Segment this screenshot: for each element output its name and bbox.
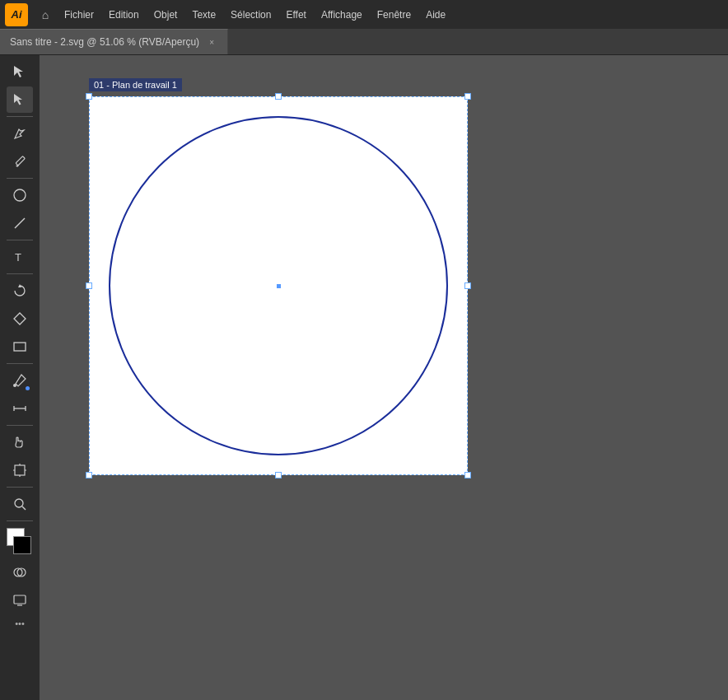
separator-1: [7, 116, 33, 117]
menu-edition[interactable]: Edition: [102, 6, 146, 24]
svg-marker-1: [14, 94, 22, 105]
menu-selection[interactable]: Sélection: [224, 6, 278, 24]
object-center-dot: [277, 284, 281, 288]
svg-rect-2: [16, 156, 25, 166]
home-button[interactable]: ⌂: [35, 4, 56, 26]
svg-point-10: [13, 384, 16, 387]
svg-rect-14: [15, 465, 25, 475]
text-tool[interactable]: T: [7, 244, 33, 270]
hand-tool[interactable]: [7, 429, 33, 455]
document-tab[interactable]: Sans titre - 2.svg @ 51.06 % (RVB/Aperçu…: [0, 29, 228, 54]
artboard-container: 01 - Plan de travail 1: [89, 96, 468, 475]
separator-7: [7, 487, 33, 488]
blend-mode-tool[interactable]: [7, 559, 33, 586]
handle-bottom-left[interactable]: [86, 472, 92, 478]
background-color[interactable]: [13, 536, 31, 554]
handle-top-left[interactable]: [86, 93, 92, 100]
selection-tool[interactable]: [7, 58, 33, 85]
separator-4: [7, 273, 33, 274]
separator-5: [7, 363, 33, 364]
menu-fenetre[interactable]: Fenêtre: [371, 6, 418, 24]
separator-8: [7, 520, 33, 521]
menu-affichage[interactable]: Affichage: [315, 6, 369, 24]
menu-effet[interactable]: Effet: [279, 6, 312, 24]
handle-middle-left[interactable]: [86, 282, 92, 289]
artboard-label: 01 - Plan de travail 1: [89, 78, 182, 91]
svg-rect-23: [14, 595, 26, 604]
main-layout: T: [0, 55, 728, 700]
svg-marker-3: [16, 166, 19, 167]
handle-top-right[interactable]: [464, 93, 471, 100]
svg-line-5: [15, 218, 25, 228]
svg-rect-9: [14, 343, 26, 351]
ellipse-tool[interactable]: [7, 182, 33, 208]
toolbar: T: [0, 55, 40, 700]
tab-bar: Sans titre - 2.svg @ 51.06 % (RVB/Aperçu…: [0, 29, 728, 55]
screen-mode-tool[interactable]: [7, 587, 33, 614]
menu-objet[interactable]: Objet: [147, 6, 184, 24]
menu-texte[interactable]: Texte: [185, 6, 222, 24]
zoom-tool[interactable]: [7, 491, 33, 517]
svg-line-20: [22, 506, 26, 510]
more-tools[interactable]: •••: [15, 618, 25, 628]
tab-close-button[interactable]: ×: [206, 36, 217, 48]
svg-marker-0: [14, 66, 23, 77]
svg-point-4: [14, 189, 26, 201]
svg-text:T: T: [15, 251, 21, 264]
handle-bottom-right[interactable]: [464, 472, 471, 478]
reflect-tool[interactable]: [7, 306, 33, 332]
separator-3: [7, 240, 33, 240]
rectangle-tool[interactable]: [7, 334, 33, 360]
eyedropper-tool[interactable]: [7, 367, 33, 394]
menu-fichier[interactable]: Fichier: [58, 6, 100, 24]
rotate-tool[interactable]: [7, 278, 33, 304]
canvas-area[interactable]: 01 - Plan de travail 1: [40, 55, 728, 700]
separator-2: [7, 178, 33, 179]
svg-marker-8: [14, 313, 26, 324]
direct-selection-tool[interactable]: [7, 86, 33, 113]
handle-middle-right[interactable]: [464, 282, 471, 289]
separator-6: [7, 425, 33, 426]
svg-point-19: [15, 499, 23, 507]
handle-bottom-center[interactable]: [275, 472, 282, 478]
color-swatch-area[interactable]: [5, 526, 35, 556]
eyedropper-dot: [26, 386, 30, 390]
measure-tool[interactable]: [7, 395, 33, 422]
artboard-canvas: [89, 96, 468, 475]
pen-tool[interactable]: [7, 120, 33, 147]
handle-top-center[interactable]: [275, 93, 282, 100]
menu-aide[interactable]: Aide: [419, 6, 452, 24]
app-logo: Ai: [5, 3, 28, 26]
menu-bar: Ai ⌂ Fichier Edition Objet Texte Sélecti…: [0, 0, 728, 29]
pencil-tool[interactable]: [7, 148, 33, 175]
artboard-tool[interactable]: [7, 457, 33, 483]
line-tool[interactable]: [7, 210, 33, 236]
tab-title: Sans titre - 2.svg @ 51.06 % (RVB/Aperçu…: [10, 36, 199, 48]
